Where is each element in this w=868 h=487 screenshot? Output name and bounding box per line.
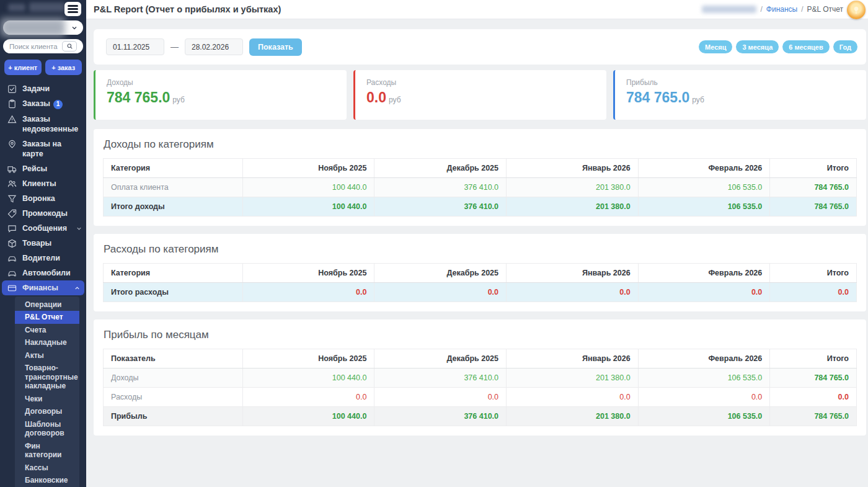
cell: 0.0 <box>242 388 374 407</box>
pill-3-months[interactable]: 3 месяца <box>736 40 779 53</box>
table-row: Доходы 100 440.0 376 410.0 201 380.0 106… <box>104 369 857 388</box>
blurred-company-name <box>1 18 65 37</box>
sidebar-item-funnel[interactable]: Воронка <box>0 191 86 206</box>
filter-bar: — Показать Месяц 3 месяца 6 месяцев Год <box>94 29 866 65</box>
breadcrumb-finance-link[interactable]: Финансы <box>766 5 797 14</box>
column-header: Ноябрь 2025 <box>242 264 374 283</box>
cell: 106 535.0 <box>638 369 770 388</box>
table-header-row: Категория Ноябрь 2025 Декабрь 2025 Январ… <box>104 159 857 178</box>
sidebar-item-finance[interactable]: Финансы <box>2 280 84 295</box>
sidebar-item-promocodes[interactable]: Промокоды <box>0 206 86 221</box>
finance-submenu: Операции P&L Отчет Счета Накладные Акты … <box>15 297 79 487</box>
profit-table: Показатель Ноябрь 2025 Декабрь 2025 Янва… <box>103 349 857 426</box>
company-select-dropdown[interactable] <box>3 20 83 35</box>
cell: 201 380.0 <box>507 407 639 426</box>
client-search <box>3 39 83 53</box>
submenu-item-contract-templates[interactable]: Шаблоны договоров <box>15 418 79 440</box>
incomes-table: Категория Ноябрь 2025 Декабрь 2025 Январ… <box>103 158 857 217</box>
profit-summary-card: Прибыль 784 765.0руб <box>613 70 866 120</box>
search-button[interactable] <box>62 41 77 51</box>
sidebar-item-messages[interactable]: Сообщения <box>0 221 86 236</box>
add-client-button[interactable]: + клиент <box>4 60 42 75</box>
submenu-item-pnl-report[interactable]: P&L Отчет <box>15 311 79 324</box>
table-header-row: Показатель Ноябрь 2025 Декабрь 2025 Янва… <box>104 349 857 369</box>
cell: 0.0 <box>507 283 639 302</box>
chevron-down-icon <box>71 24 78 32</box>
cell: 106 535.0 <box>638 178 770 197</box>
table-total-row: Итого расходы 0.0 0.0 0.0 0.0 0.0 <box>104 283 857 302</box>
submenu-item-acts[interactable]: Акты <box>15 349 79 362</box>
credit-card-icon <box>7 284 17 293</box>
sidebar-item-cars[interactable]: Автомобили <box>0 266 86 280</box>
car-icon <box>7 254 17 263</box>
cell: 376 410.0 <box>374 178 507 197</box>
expenses-table-title: Расходы по категориям <box>104 243 857 256</box>
column-header: Декабрь 2025 <box>374 264 507 283</box>
lightbulb-icon <box>851 5 861 15</box>
column-header: Категория <box>104 264 243 283</box>
cell: 201 380.0 <box>507 197 639 217</box>
pill-6-months[interactable]: 6 месяцев <box>782 40 829 53</box>
profit-label: Прибыль <box>626 78 855 87</box>
task-check-icon <box>7 84 17 94</box>
cell: 376 410.0 <box>374 369 507 388</box>
sidebar-item-orders[interactable]: Заказы1 <box>0 96 86 112</box>
sidebar-item-clients[interactable]: Клиенты <box>0 176 86 191</box>
submenu-item-fin-categories[interactable]: Фин категории <box>15 440 79 462</box>
profit-by-months-card: Прибыль по месяцам Показатель Ноябрь 202… <box>94 319 866 436</box>
pill-month[interactable]: Месяц <box>699 40 732 53</box>
cell: 0.0 <box>770 388 857 407</box>
submenu-item-bank-statements[interactable]: Банковские выписки <box>15 474 79 487</box>
column-header: Итого <box>770 159 857 178</box>
column-header: Ноябрь 2025 <box>242 159 374 178</box>
expense-summary-card: Расходы 0.0руб <box>353 70 606 120</box>
sidebar-item-trips[interactable]: Рейсы <box>0 161 86 176</box>
sidebar-item-products[interactable]: Товары <box>0 236 86 251</box>
sidebar-item-drivers[interactable]: Водители <box>0 251 86 266</box>
submenu-item-invoices[interactable]: Счета <box>15 324 79 337</box>
submenu-item-transport-waybills[interactable]: Товарно-транспортные накладные <box>15 362 79 393</box>
people-icon <box>7 179 17 189</box>
content: — Показать Месяц 3 месяца 6 месяцев Год … <box>86 19 868 444</box>
box-icon <box>7 239 17 248</box>
map-pin-icon <box>7 140 17 149</box>
add-order-button[interactable]: + заказ <box>45 60 82 75</box>
cell: 0.0 <box>638 283 770 302</box>
submenu-item-operations[interactable]: Операции <box>15 298 79 311</box>
cell: 784 765.0 <box>770 407 857 426</box>
column-header: Январь 2026 <box>507 159 639 178</box>
help-lightbulb-widget[interactable] <box>847 1 866 19</box>
show-button[interactable]: Показать <box>249 38 302 56</box>
pill-year[interactable]: Год <box>833 40 857 53</box>
cell: 376 410.0 <box>374 407 507 426</box>
profit-value: 784 765.0руб <box>626 89 855 106</box>
orders-count-badge: 1 <box>53 100 63 109</box>
cell: 201 380.0 <box>507 178 639 197</box>
sidebar-item-undelivered-orders[interactable]: Заказы недовезенные <box>0 112 86 136</box>
table-total-row: Итого доходы 100 440.0 376 410.0 201 380… <box>104 197 857 217</box>
cell: 0.0 <box>638 388 770 407</box>
cell: 0.0 <box>770 283 857 302</box>
cell: 784 765.0 <box>770 197 857 217</box>
sidebar-item-tasks[interactable]: Задачи <box>0 81 86 96</box>
date-from-input[interactable] <box>106 38 164 55</box>
truck-icon <box>7 164 17 174</box>
submenu-item-waybills[interactable]: Накладные <box>15 336 79 349</box>
submenu-item-receipts[interactable]: Чеки <box>15 393 79 406</box>
topbar: P&L Report (Отчет о прибылях и убытках) … <box>86 0 868 19</box>
search-input[interactable] <box>9 43 62 50</box>
breadcrumb: / Финансы / P&L Отчет <box>702 5 843 14</box>
summary-cards: Доходы 784 765.0руб Расходы 0.0руб Прибы… <box>94 70 866 120</box>
column-header: Февраль 2026 <box>638 349 770 369</box>
expenses-by-category-card: Расходы по категориям Категория Ноябрь 2… <box>94 234 866 311</box>
submenu-item-cash-registers[interactable]: Кассы <box>15 462 79 475</box>
column-header: Декабрь 2025 <box>374 159 507 178</box>
row-label: Доходы <box>104 369 243 388</box>
hamburger-menu-icon[interactable] <box>64 2 81 16</box>
column-header: Февраль 2026 <box>638 159 770 178</box>
submenu-item-contracts[interactable]: Договоры <box>15 405 79 418</box>
sidebar: + клиент + заказ Задачи Заказы1 Заказы н… <box>0 0 86 487</box>
row-label: Оплата клиента <box>104 178 243 197</box>
sidebar-item-orders-on-map[interactable]: Заказы на карте <box>0 136 86 161</box>
date-to-input[interactable] <box>185 38 243 55</box>
